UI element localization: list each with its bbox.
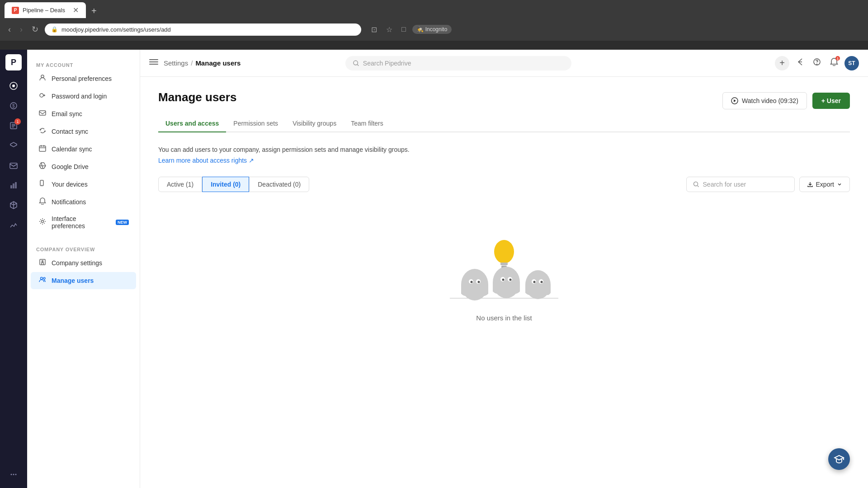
incognito-badge: 🕵 Incognito bbox=[412, 25, 452, 34]
sidebar-item-personal-preferences[interactable]: Personal preferences bbox=[31, 70, 136, 87]
help-button[interactable] bbox=[810, 55, 824, 71]
svg-rect-17 bbox=[39, 111, 46, 115]
filter-tab-invited[interactable]: Invited (0) bbox=[202, 177, 249, 192]
logo-text: P bbox=[11, 58, 16, 67]
rail-icon-stats[interactable] bbox=[5, 176, 23, 194]
rail-icon-campaigns[interactable] bbox=[5, 136, 23, 155]
search-icon bbox=[353, 60, 359, 67]
notifications-button[interactable]: 1 bbox=[827, 55, 841, 71]
search-users-input[interactable]: Search for user bbox=[686, 177, 795, 192]
filter-tab-deactivated[interactable]: Deactivated (0) bbox=[249, 177, 309, 192]
breadcrumb-parent[interactable]: Settings bbox=[164, 59, 188, 67]
svg-rect-11 bbox=[15, 182, 17, 188]
incognito-label: Incognito bbox=[425, 26, 448, 33]
svg-point-15 bbox=[41, 75, 44, 78]
sidebar-item-google-drive[interactable]: Google Drive bbox=[31, 158, 136, 175]
add-user-button[interactable]: + User bbox=[812, 93, 850, 109]
export-icon bbox=[807, 181, 813, 188]
incognito-icon: 🕵 bbox=[417, 26, 424, 33]
new-tab-button[interactable]: + bbox=[88, 4, 100, 18]
svg-point-23 bbox=[42, 261, 43, 262]
export-button[interactable]: Export bbox=[799, 177, 850, 192]
sidebar-item-password-login[interactable]: Password and login bbox=[31, 88, 136, 105]
sidebar-item-company-settings[interactable]: Company settings bbox=[31, 254, 136, 272]
page-tabs: Users and access Permission sets Visibil… bbox=[158, 115, 850, 132]
svg-point-54 bbox=[533, 281, 536, 283]
bookmark-icon[interactable]: ☆ bbox=[383, 23, 395, 36]
company-settings-label: Company settings bbox=[52, 259, 102, 267]
lock-icon: 🔒 bbox=[51, 26, 58, 33]
breadcrumb-current: Manage users bbox=[195, 59, 241, 67]
svg-point-29 bbox=[354, 61, 358, 65]
description-text: You can add users to your company, assig… bbox=[158, 145, 850, 155]
search-input[interactable] bbox=[363, 60, 564, 67]
tab-close-button[interactable]: ✕ bbox=[73, 6, 79, 14]
tab-favicon: P bbox=[12, 7, 19, 14]
search-users-icon bbox=[693, 181, 699, 188]
filter-tab-active[interactable]: Active (1) bbox=[158, 177, 202, 192]
svg-point-43 bbox=[478, 281, 480, 283]
svg-rect-28 bbox=[149, 64, 158, 65]
address-bar[interactable]: 🔒 moodjoy.pipedrive.com/settings/users/a… bbox=[45, 23, 361, 36]
rail-icon-chart[interactable] bbox=[5, 216, 23, 234]
svg-rect-9 bbox=[10, 185, 12, 188]
empty-illustration bbox=[432, 233, 576, 314]
leads-badge: 1 bbox=[14, 118, 21, 125]
company-overview-label: COMPANY OVERVIEW bbox=[27, 243, 140, 254]
sidebar-item-calendar-sync[interactable]: Calendar sync bbox=[31, 141, 136, 158]
forward-button[interactable]: › bbox=[17, 23, 25, 36]
svg-point-33 bbox=[693, 182, 698, 186]
svg-rect-26 bbox=[149, 59, 158, 60]
rail-icon-leads[interactable]: 1 bbox=[5, 117, 23, 135]
help-fab[interactable] bbox=[828, 448, 850, 470]
page-title: Manage users bbox=[158, 90, 236, 104]
google-drive-label: Google Drive bbox=[52, 163, 89, 170]
share-button[interactable] bbox=[793, 55, 807, 71]
avatar[interactable]: ST bbox=[844, 56, 859, 70]
calendar-icon bbox=[38, 145, 47, 154]
tab-users-access[interactable]: Users and access bbox=[158, 115, 226, 132]
svg-point-12 bbox=[11, 474, 12, 475]
back-button[interactable]: ‹ bbox=[5, 23, 14, 36]
svg-rect-35 bbox=[500, 263, 508, 265]
browser-tab-active[interactable]: P Pipeline – Deals ✕ bbox=[5, 2, 86, 18]
sidebar-item-manage-users[interactable]: Manage users bbox=[31, 272, 136, 289]
rail-icon-cube[interactable] bbox=[5, 196, 23, 214]
rail-icon-more[interactable] bbox=[5, 465, 23, 483]
add-button[interactable]: + bbox=[775, 56, 789, 70]
notifications-label: Notifications bbox=[52, 198, 86, 206]
rail-icon-mail[interactable] bbox=[5, 156, 23, 174]
content: Manage users Watch video (09:32) + User … bbox=[140, 77, 868, 488]
learn-more-link[interactable]: Learn more about access rights ↗ bbox=[158, 157, 254, 164]
breadcrumb-separator: / bbox=[191, 59, 193, 67]
svg-point-13 bbox=[13, 474, 14, 475]
filter-tabs: Active (1) Invited (0) Deactivated (0) bbox=[158, 177, 309, 192]
menu-toggle-button[interactable] bbox=[149, 57, 158, 69]
sidebar-item-notifications[interactable]: Notifications bbox=[31, 193, 136, 211]
tab-visibility-groups[interactable]: Visibility groups bbox=[285, 115, 344, 132]
sidebar-item-contact-sync[interactable]: Contact sync bbox=[31, 123, 136, 140]
watch-video-button[interactable]: Watch video (09:32) bbox=[722, 92, 807, 109]
reload-button[interactable]: ↻ bbox=[29, 23, 41, 36]
tab-title: Pipeline – Deals bbox=[23, 7, 65, 14]
rail-icon-activity[interactable] bbox=[5, 77, 23, 95]
tab-permission-sets[interactable]: Permission sets bbox=[226, 115, 285, 132]
your-devices-label: Your devices bbox=[52, 181, 88, 188]
cast-icon[interactable]: ⊡ bbox=[368, 23, 380, 36]
chevron-down-icon bbox=[837, 182, 842, 187]
sidebar-item-interface-preferences[interactable]: Interface preferences NEW bbox=[31, 211, 136, 234]
svg-point-55 bbox=[541, 281, 543, 283]
svg-point-21 bbox=[42, 221, 44, 223]
profile-icon[interactable]: □ bbox=[399, 23, 409, 35]
drive-icon bbox=[38, 162, 47, 171]
sidebar-item-email-sync[interactable]: Email sync bbox=[31, 105, 136, 122]
app-logo[interactable]: P bbox=[5, 54, 22, 70]
tab-team-filters[interactable]: Team filters bbox=[344, 115, 391, 132]
header-search[interactable] bbox=[345, 56, 571, 70]
sidebar-item-your-devices[interactable]: Your devices bbox=[31, 176, 136, 193]
users-icon bbox=[38, 276, 47, 285]
rail-icon-deals[interactable]: $ bbox=[5, 97, 23, 115]
browser-actions: ⊡ ☆ □ 🕵 Incognito bbox=[368, 23, 452, 36]
svg-rect-8 bbox=[10, 163, 17, 169]
contact-sync-label: Contact sync bbox=[52, 128, 88, 135]
